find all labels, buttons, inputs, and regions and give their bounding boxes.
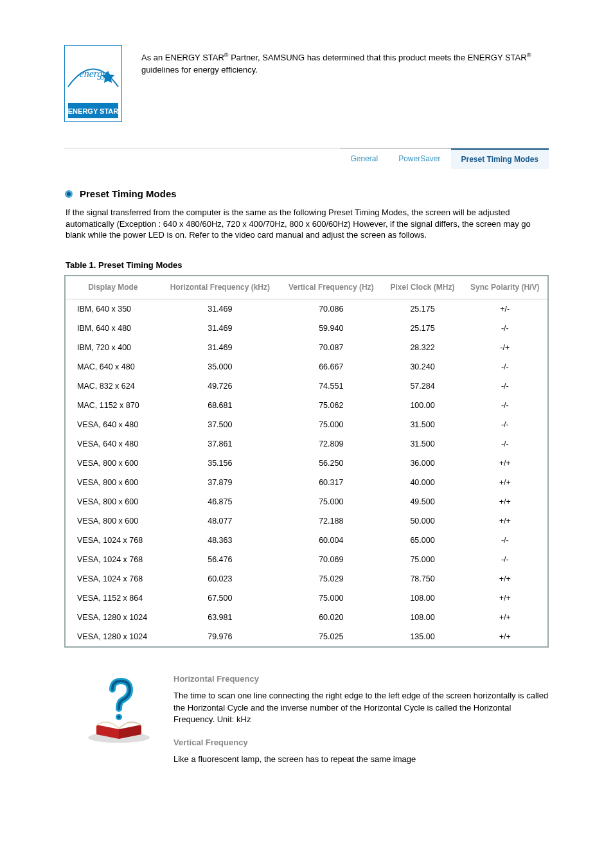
table-cell: VESA, 1024 x 768 [65,550,161,569]
table-cell: 74.551 [280,376,382,396]
table-cell: VESA, 1280 x 1024 [65,627,161,647]
es-sup-2: ® [527,52,531,58]
table-row: IBM, 640 x 35031.46970.08625.175+/- [65,299,548,319]
table-cell: 75.000 [382,550,462,569]
svg-point-8 [118,716,121,719]
table-row: VESA, 800 x 60048.07772.18850.000+/+ [65,511,548,531]
preset-timing-table: Display Mode Horizontal Frequency (kHz) … [64,275,549,648]
definitions-text: Horizontal Frequency The time to scan on… [173,673,549,777]
table-cell: 75.062 [280,396,382,415]
table-cell: 135.00 [382,627,462,647]
table-cell: MAC, 1152 x 870 [65,396,161,415]
table-cell: -/- [463,396,548,415]
table-cell: 72.188 [280,511,382,531]
table-cell: 60.004 [280,531,382,550]
table-row: VESA, 1024 x 76860.02375.02978.750+/+ [65,569,548,589]
table-cell: -/- [463,357,548,376]
definitions-section: Horizontal Frequency The time to scan on… [64,673,549,777]
table-cell: 31.500 [382,415,462,434]
table-cell: 57.284 [382,376,462,396]
table-cell: 56.250 [280,454,382,473]
table-cell: 56.476 [161,550,280,569]
table-cell: 49.500 [382,492,462,511]
table-cell: 75.000 [280,492,382,511]
table-row: VESA, 1280 x 102463.98160.020108.00+/+ [65,608,548,627]
energy-star-text: As an ENERGY STAR® Partner, SAMSUNG has … [141,45,549,76]
table-cell: 63.981 [161,608,280,627]
table-row: VESA, 1280 x 102479.97675.025135.00+/+ [65,627,548,647]
table-cell: +/- [463,299,548,319]
tab-general[interactable]: General [340,148,388,169]
table-cell: VESA, 800 x 600 [65,454,161,473]
table-cell: 60.020 [280,608,382,627]
energy-star-section: energy ENERGY STAR As an ENERGY STAR® Pa… [64,45,549,122]
table-cell: -/- [463,319,548,338]
table-row: MAC, 1152 x 87068.68175.062100.00-/- [65,396,548,415]
table-cell: 70.069 [280,550,382,569]
table-row: IBM, 640 x 48031.46959.94025.175-/- [65,319,548,338]
table-cell: 60.023 [161,569,280,589]
table-cell: 68.681 [161,396,280,415]
tab-powersaver[interactable]: PowerSaver [388,148,450,169]
hf-body: The time to scan one line connecting the… [173,690,549,725]
table-cell: -/- [463,550,548,569]
table-cell: 48.077 [161,511,280,531]
table-cell: 31.500 [382,434,462,454]
table-cell: +/+ [463,454,548,473]
table-row: VESA, 800 x 60037.87960.31740.000+/+ [65,473,548,492]
table-cell: 35.000 [161,357,280,376]
tab-preset-timing-modes[interactable]: Preset Timing Modes [451,148,549,169]
table-cell: 72.809 [280,434,382,454]
table-cell: VESA, 1024 x 768 [65,531,161,550]
th-vertical-freq: Vertical Frequency (Hz) [280,276,382,299]
table-cell: -/- [463,376,548,396]
table-cell: 78.750 [382,569,462,589]
tab-bar: General PowerSaver Preset Timing Modes [64,148,549,169]
table-cell: VESA, 1152 x 864 [65,589,161,608]
table-cell: +/+ [463,569,548,589]
table-cell: +/+ [463,473,548,492]
table-row: VESA, 1024 x 76856.47670.06975.000-/- [65,550,548,569]
es-text-1: As an ENERGY STAR [141,53,224,62]
th-display-mode: Display Mode [65,276,161,299]
table-cell: +/+ [463,608,548,627]
table-row: VESA, 1152 x 86467.50075.000108.00+/+ [65,589,548,608]
table-cell: +/+ [463,589,548,608]
table-cell: -/- [463,415,548,434]
section-title: Preset Timing Modes [80,188,177,199]
table-cell: -/- [463,531,548,550]
table-cell: IBM, 720 x 400 [65,338,161,357]
es-text-3: guidelines for energy efficiency. [141,65,258,75]
table-cell: 75.000 [280,415,382,434]
table-header-row: Display Mode Horizontal Frequency (kHz) … [65,276,548,299]
intro-text: If the signal transferred from the compu… [66,207,549,241]
table-row: VESA, 1024 x 76848.36360.00465.000-/- [65,531,548,550]
table-cell: 108.00 [382,589,462,608]
table-cell: 25.175 [382,299,462,319]
table-cell: 37.500 [161,415,280,434]
table-cell: 67.500 [161,589,280,608]
table-cell: VESA, 800 x 600 [65,492,161,511]
table-cell: 59.940 [280,319,382,338]
table-cell: 31.469 [161,299,280,319]
table-cell: 48.363 [161,531,280,550]
table-cell: VESA, 640 x 480 [65,434,161,454]
table-cell: VESA, 1024 x 768 [65,569,161,589]
table-cell: 25.175 [382,319,462,338]
table-row: MAC, 832 x 62449.72674.55157.284-/- [65,376,548,396]
table-cell: MAC, 832 x 624 [65,376,161,396]
vf-title: Vertical Frequency [173,737,549,748]
table-row: VESA, 800 x 60035.15656.25036.000+/+ [65,454,548,473]
table-cell: 70.087 [280,338,382,357]
energy-star-logo: energy ENERGY STAR [64,45,122,122]
th-horizontal-freq: Horizontal Frequency (kHz) [161,276,280,299]
table-row: IBM, 720 x 40031.46970.08728.322-/+ [65,338,548,357]
section-header: Preset Timing Modes [64,188,549,199]
table-cell: 65.000 [382,531,462,550]
svg-point-5 [67,192,71,196]
table-cell: -/+ [463,338,548,357]
table-cell: 70.086 [280,299,382,319]
th-sync-polarity: Sync Polarity (H/V) [463,276,548,299]
table-cell: 36.000 [382,454,462,473]
table-cell: +/+ [463,492,548,511]
